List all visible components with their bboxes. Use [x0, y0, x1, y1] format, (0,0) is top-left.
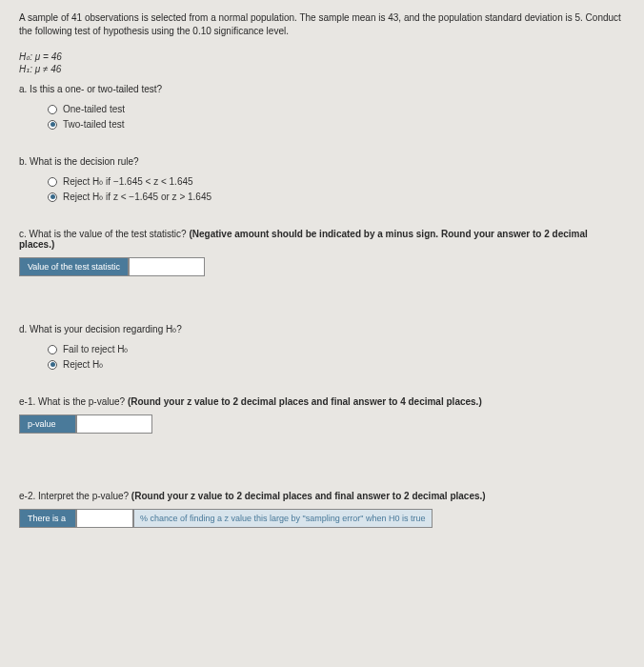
hypothesis-h0: H₀: μ = 46: [19, 51, 625, 62]
option-label: Reject H₀ if z < −1.645 or z > 1.645: [63, 192, 211, 202]
test-statistic-input[interactable]: [130, 258, 204, 275]
question-b: b. What is the decision rule?: [19, 156, 625, 167]
radio-icon: [48, 105, 57, 114]
question-e2: e-2. Interpret the p-value? (Round your …: [19, 491, 625, 501]
input-label-test-statistic: Value of the test statistic: [19, 257, 129, 276]
option-b-1[interactable]: Reject H₀ if −1.645 < z < 1.645: [48, 176, 625, 187]
option-a-two-tailed[interactable]: Two-tailed test: [48, 119, 625, 130]
option-label: Reject H₀ if −1.645 < z < 1.645: [63, 176, 193, 187]
input-label-there-is: There is a: [19, 509, 76, 528]
question-d: d. What is your decision regarding H₀?: [19, 324, 625, 334]
option-d-reject[interactable]: Reject H₀: [48, 359, 625, 370]
option-d-fail-reject[interactable]: Fail to reject H₀: [48, 344, 625, 354]
interpret-input[interactable]: [77, 510, 132, 527]
radio-icon: [48, 360, 57, 370]
option-label: Two-tailed test: [63, 119, 124, 130]
pvalue-input[interactable]: [77, 415, 151, 433]
hypothesis-h1: H₁: μ ≠ 46: [19, 64, 625, 74]
option-label: One-tailed test: [63, 104, 125, 114]
interpret-trail-text: % chance of finding a z value this large…: [133, 509, 433, 528]
option-label: Fail to reject H₀: [63, 344, 128, 354]
question-e1: e-1. What is the p-value? (Round your z …: [19, 396, 625, 407]
option-b-2[interactable]: Reject H₀ if z < −1.645 or z > 1.645: [48, 192, 625, 202]
question-a: a. Is this a one- or two-tailed test?: [19, 84, 625, 94]
radio-icon: [48, 120, 57, 130]
radio-icon: [48, 345, 57, 354]
radio-icon: [48, 192, 57, 202]
problem-intro: A sample of 41 observations is selected …: [19, 11, 625, 38]
option-label: Reject H₀: [63, 359, 103, 370]
hypotheses-block: H₀: μ = 46 H₁: μ ≠ 46: [19, 51, 625, 74]
option-a-one-tailed[interactable]: One-tailed test: [48, 104, 625, 114]
radio-icon: [48, 177, 57, 187]
input-label-pvalue: p-value: [19, 414, 76, 434]
question-c: c. What is the value of the test statist…: [19, 229, 625, 250]
